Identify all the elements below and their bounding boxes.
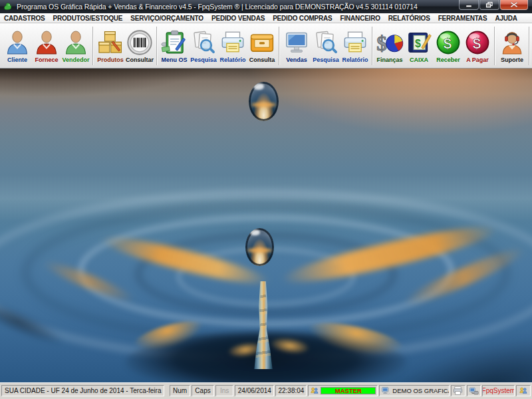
- restore-button[interactable]: [479, 0, 499, 10]
- toolbar-label: Relatório: [342, 57, 368, 64]
- water-droplet: [245, 228, 274, 266]
- toolbar-button-vendedor[interactable]: Vendedor: [61, 28, 90, 64]
- users-icon: [519, 386, 528, 395]
- toolbar-button-receber[interactable]: $ Receber: [434, 28, 463, 64]
- toolbar-label: Vendedor: [62, 57, 89, 64]
- toolbar-button-fornecedor[interactable]: Fornece: [32, 28, 61, 64]
- ledger-book-icon: $: [405, 29, 433, 57]
- toolbar-label: Consultar: [126, 57, 154, 64]
- toolbar-button-vendas[interactable]: Vendas: [282, 28, 311, 64]
- product-boxes-icon: [96, 29, 124, 57]
- toolbar-separator: [92, 27, 94, 65]
- toolbar-button-relatorio-os[interactable]: Relatório: [218, 28, 247, 64]
- menu-item-relatorios[interactable]: RELATÓRIOS: [384, 15, 434, 22]
- toolbar-label: Receber: [436, 57, 460, 64]
- status-app-name: DEMO OS GRAFICA 4.5: [379, 385, 450, 396]
- toolbar-label: CAIXA: [410, 57, 428, 64]
- pay-money-icon: $: [464, 29, 491, 57]
- toolbar-label: Suporte: [501, 57, 523, 64]
- search-pages-icon: [312, 29, 340, 57]
- toolbar-button-produtos[interactable]: Produtos: [96, 28, 125, 64]
- toolbar-label: Relatório: [220, 57, 246, 64]
- toolbar-button-pesquisa-vendas[interactable]: Pesquisa: [311, 28, 340, 64]
- status-printer[interactable]: [451, 385, 466, 396]
- close-icon: [510, 1, 518, 8]
- svg-text:$: $: [376, 31, 387, 55]
- window-controls: [458, 0, 528, 10]
- toolbar-button-suporte[interactable]: Suporte: [497, 28, 527, 64]
- search-pages-icon: [190, 29, 217, 57]
- menu-bar: CADASTROS PRODUTOS/ESTOQUE SERVIÇO/ORÇAM…: [0, 13, 532, 23]
- status-user-badge: MASTER: [321, 387, 376, 394]
- toolbar-label: A Pagar: [466, 57, 489, 64]
- receive-money-icon: $: [434, 29, 462, 57]
- toolbar-label: Pesquisa: [190, 57, 217, 64]
- water-droplet: [249, 82, 279, 121]
- toolbar-label: Menu OS: [162, 57, 188, 64]
- users-icon: [310, 386, 319, 395]
- toolbar-button-financas[interactable]: $ Finanças: [375, 28, 404, 64]
- window-title: Programa OS Gráfica Rápida + Vendas & Fi…: [17, 3, 418, 11]
- seller-person-icon: [62, 29, 90, 57]
- toolbar-separator: [494, 27, 495, 65]
- toolbar-separator: [156, 27, 158, 65]
- monitor-icon: [283, 29, 311, 57]
- svg-text:$: $: [473, 35, 481, 51]
- toolbar-button-a-pagar[interactable]: $ A Pagar: [463, 28, 492, 64]
- toolbar-label: Finanças: [377, 57, 403, 64]
- desktop-wallpaper: [0, 68, 532, 382]
- menu-item-financeiro[interactable]: FINANCEIRO: [336, 15, 384, 22]
- menu-item-pedido-compras[interactable]: PEDIDO COMPRAS: [269, 15, 336, 22]
- status-user: MASTER: [308, 385, 378, 396]
- toolbar-label: Vendas: [286, 57, 307, 64]
- status-users[interactable]: [516, 385, 531, 396]
- toolbar-label: Cliente: [7, 57, 27, 64]
- support-headset-icon: [498, 29, 526, 57]
- menu-item-produtos-estoque[interactable]: PRODUTOS/ESTOQUE: [49, 15, 127, 22]
- svg-text:$: $: [444, 35, 452, 51]
- computer-icon: [381, 386, 390, 395]
- close-button[interactable]: [500, 0, 528, 10]
- toolbar-button-consulta-os[interactable]: Consulta: [247, 28, 277, 64]
- menu-item-servico-orcamento[interactable]: SERVIÇO/ORÇAMENTO: [126, 15, 207, 22]
- supplier-person-icon: [33, 29, 61, 57]
- toolbar-button-caixa[interactable]: $ CAIXA: [404, 28, 434, 64]
- toolbar-separator: [372, 27, 373, 65]
- menu-item-ajuda[interactable]: AJUDA: [491, 15, 521, 22]
- app-icon: [3, 2, 13, 11]
- toolbar-button-cliente[interactable]: Cliente: [3, 28, 32, 64]
- status-bar: SUA CIDADE - UF 24 de Junho de 2014 - Te…: [0, 382, 532, 399]
- toolbar-button-consultar[interactable]: Consultar: [125, 28, 154, 64]
- status-date: 24/06/2014: [235, 385, 274, 396]
- dollar-pie-icon: $: [376, 29, 404, 57]
- printer-icon: [219, 29, 247, 57]
- menu-item-pedido-vendas[interactable]: PEDIDO VENDAS: [207, 15, 269, 22]
- menu-item-ferramentas[interactable]: FERRAMENTAS: [434, 15, 491, 22]
- toolbar-label: Fornece: [35, 57, 58, 64]
- menu-item-cadastros[interactable]: CADASTROS: [0, 15, 49, 22]
- toolbar-button-pesquisa-os[interactable]: Pesquisa: [189, 28, 218, 64]
- status-location-text: SUA CIDADE - UF 24 de Junho de 2014 - Te…: [5, 387, 161, 394]
- restore-icon: [485, 1, 493, 8]
- title-bar: Programa OS Gráfica Rápida + Vendas & Fi…: [0, 0, 532, 13]
- app-window: Programa OS Gráfica Rápida + Vendas & Fi…: [0, 0, 532, 399]
- minimize-icon: [465, 2, 473, 8]
- toolbar-separator: [529, 27, 530, 65]
- toolbar-button-menu-os[interactable]: Menu OS: [160, 28, 189, 64]
- toolbar: Cliente Fornece Vendedor: [0, 23, 532, 68]
- status-num-lock: Num: [170, 385, 191, 396]
- network-computers-icon: [469, 386, 479, 396]
- status-caps-lock: Caps: [192, 385, 213, 396]
- toolbar-label: Produtos: [97, 57, 124, 64]
- status-insert-mode: Ins: [215, 385, 234, 396]
- status-network[interactable]: [467, 385, 481, 396]
- clipboard-pencil-icon: [160, 29, 188, 57]
- status-time: 22:38:04: [275, 385, 307, 396]
- printer-icon: [453, 386, 463, 396]
- file-drawer-icon: [248, 29, 276, 57]
- svg-text:$: $: [415, 37, 421, 49]
- status-brand: FpqSystem: [482, 385, 515, 396]
- toolbar-button-relatorio-vendas[interactable]: Relatório: [340, 28, 370, 64]
- toolbar-separator: [279, 27, 280, 65]
- minimize-button[interactable]: [459, 0, 479, 10]
